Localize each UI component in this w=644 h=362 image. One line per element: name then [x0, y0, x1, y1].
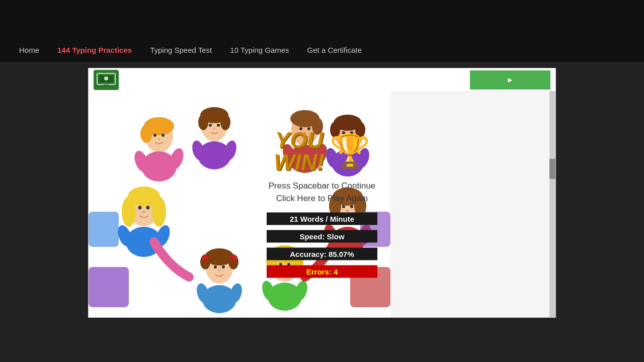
- svg-point-9: [153, 134, 156, 137]
- win-overlay: YOU WIN! 🏆 Press Spacebar to Continue Cl…: [267, 129, 377, 280]
- svg-rect-88: [89, 212, 119, 247]
- win-trophy-row: YOU WIN! 🏆: [267, 129, 377, 173]
- errors-stat: Errors: 4: [267, 265, 377, 278]
- svg-point-47: [152, 197, 166, 227]
- svg-point-4: [104, 76, 108, 80]
- svg-rect-3: [101, 86, 111, 88]
- svg-point-70: [214, 265, 217, 268]
- svg-point-50: [143, 211, 145, 213]
- svg-point-19: [209, 124, 212, 127]
- stats-panel: 21 Words / Minute Speed: Slow Accuracy: …: [267, 211, 377, 280]
- accuracy-stat: Accuracy: 85.07%: [267, 248, 377, 260]
- browser-container: ►: [88, 68, 556, 318]
- trophy-icon: 🏆: [330, 132, 370, 170]
- svg-point-46: [122, 197, 136, 227]
- play-button[interactable]: ►: [470, 70, 550, 89]
- logo-icon: [94, 70, 119, 90]
- svg-point-71: [222, 265, 225, 268]
- click-play-text[interactable]: Click Here to Play Again: [267, 194, 377, 204]
- main-area: ►: [0, 63, 644, 362]
- svg-point-10: [162, 134, 165, 137]
- scrollbar-thumb[interactable]: [549, 159, 555, 179]
- nav-home[interactable]: Home: [10, 38, 48, 62]
- svg-point-48: [138, 206, 142, 210]
- you-win-text: YOU WIN!: [274, 129, 324, 173]
- nav-typing-speed-test[interactable]: Typing Speed Test: [141, 38, 221, 62]
- navigation: Home 144 Typing Practices Typing Speed T…: [0, 38, 644, 63]
- svg-rect-2: [104, 84, 109, 86]
- svg-point-18: [220, 114, 230, 130]
- words-per-minute: 21 Words / Minute: [267, 213, 377, 225]
- nav-typing-practices[interactable]: 144 Typing Practices: [48, 38, 141, 62]
- nav-typing-games[interactable]: 10 Typing Games: [221, 38, 298, 62]
- svg-rect-86: [89, 267, 129, 307]
- logo-area: [94, 70, 119, 90]
- browser-header: ►: [89, 68, 555, 91]
- svg-point-20: [217, 124, 220, 127]
- svg-point-17: [198, 114, 208, 130]
- press-spacebar-text: Press Spacebar to Continue: [267, 181, 377, 191]
- nav-certificate[interactable]: Get a Certificate: [298, 38, 371, 62]
- game-area[interactable]: YOU WIN! 🏆 Press Spacebar to Continue Cl…: [89, 91, 555, 317]
- svg-point-21: [213, 128, 215, 130]
- svg-point-49: [146, 206, 150, 210]
- svg-point-11: [158, 138, 160, 140]
- speed-stat: Speed: Slow: [267, 230, 377, 243]
- svg-point-8: [140, 125, 152, 143]
- svg-point-72: [218, 269, 220, 272]
- scrollbar[interactable]: [549, 91, 555, 317]
